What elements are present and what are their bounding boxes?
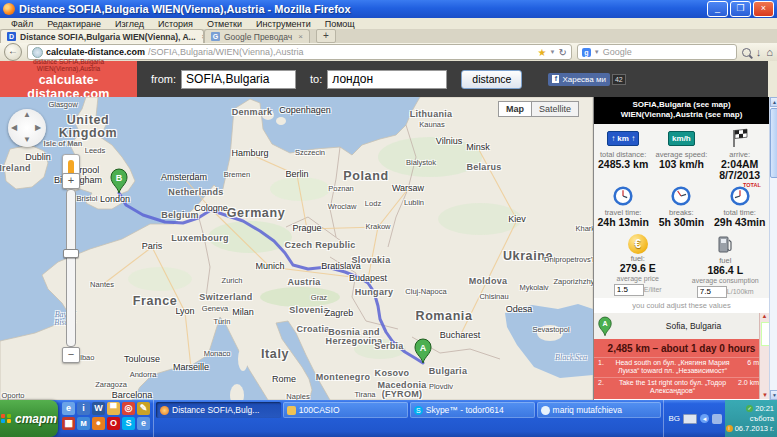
map-label: Belgium <box>161 211 199 220</box>
satellite-type-button[interactable]: Satellite <box>532 101 579 117</box>
switch-user-icon[interactable]: ▦ <box>62 417 75 430</box>
menu-item-2[interactable]: Изглед <box>108 19 151 29</box>
minimize-button[interactable]: _ <box>707 1 728 17</box>
menu-item-6[interactable]: Помощ <box>318 19 362 29</box>
direction-step[interactable]: 1. Head south on бул. „Княгиня Мария Луи… <box>594 357 769 377</box>
destination-link[interactable]: WIEN(Vienna),Austria (see map) <box>594 110 769 120</box>
reload-icon[interactable]: ↻ <box>558 47 566 58</box>
start-button[interactable]: старт <box>0 400 58 437</box>
skype-icon[interactable]: S <box>122 417 135 430</box>
fuel-price-input[interactable] <box>614 284 644 296</box>
menu-item-3[interactable]: История <box>151 19 200 29</box>
messenger-icon[interactable]: i <box>77 402 90 415</box>
map-label: Lyon <box>175 307 194 316</box>
map-label: Moldova <box>469 277 508 286</box>
pan-down-icon[interactable]: ▼ <box>23 135 31 144</box>
map-type-button[interactable]: Map <box>498 101 532 117</box>
search-bar[interactable]: g ▼ Google <box>577 44 737 60</box>
map-label: Wroclaw <box>328 203 357 211</box>
restore-button[interactable]: ❐ <box>730 1 751 17</box>
taskbar-button-skype[interactable]: S Skype™ - todor0614 <box>410 402 535 418</box>
fuel-pump-icon <box>716 234 734 254</box>
distance-button[interactable]: distance <box>461 70 522 89</box>
menu-item-5[interactable]: Инструменти <box>249 19 318 29</box>
zoom-slider-handle[interactable] <box>63 249 79 258</box>
word-icon[interactable]: W <box>92 402 105 415</box>
keyboard-icon[interactable] <box>683 414 697 424</box>
scroll-thumb[interactable] <box>770 108 777 178</box>
map-label: Lublin <box>404 199 424 207</box>
bookmark-star-icon[interactable]: ★ <box>538 47 547 58</box>
quick-launch-bar: eiW▀◎✎▦м●OSe <box>58 400 154 437</box>
map-label: Zaporizhzhya <box>553 278 593 286</box>
map-label: Mykolaiv <box>519 284 548 292</box>
collapse-tray-icon[interactable]: ◂ <box>700 414 709 423</box>
firefox-app-icon <box>3 3 15 15</box>
google-engine-icon[interactable]: g <box>582 48 591 57</box>
url-dropdown-icon[interactable]: ▼ <box>550 49 556 55</box>
map-label: Kaunas <box>419 121 444 129</box>
engine-dropdown-icon[interactable]: ▼ <box>594 49 600 55</box>
site-identity-icon[interactable] <box>32 47 43 58</box>
opera-icon[interactable]: O <box>107 417 120 430</box>
pan-up-icon[interactable]: ▲ <box>23 110 31 119</box>
menu-item-0[interactable]: Файл <box>4 19 40 29</box>
to-input[interactable] <box>327 70 447 89</box>
language-indicator[interactable]: BG <box>668 414 680 423</box>
directions-scrollbar[interactable]: ▲▼ <box>759 313 769 399</box>
directions-scroll-thumb[interactable] <box>761 322 769 346</box>
map-label: Slovenia <box>289 306 328 315</box>
finish-flag-icon <box>730 128 750 148</box>
facebook-like-widget[interactable]: fХаресва ми 42 <box>548 73 625 86</box>
taskbar-button-firefox[interactable]: Distance SOFIA,Bulg... <box>156 402 281 418</box>
folder-icon <box>287 406 296 415</box>
tools-icon[interactable]: ✎ <box>137 402 150 415</box>
scroll-down-icon[interactable]: ▼ <box>770 390 777 400</box>
downloads-icon[interactable]: ↓ <box>756 46 762 58</box>
map-label: Monaco <box>204 350 231 358</box>
tab-google-translate[interactable]: G Google Преводач × <box>204 29 310 43</box>
fuel-consumption-input[interactable] <box>697 286 727 298</box>
from-input[interactable] <box>181 70 296 89</box>
directions-scroll-down-icon[interactable]: ▼ <box>762 392 768 398</box>
site-logo[interactable]: distance SOFIA,Bulgaria WIEN(Vienna),Aus… <box>0 61 137 97</box>
map-label: Dnipropetrovs'k <box>544 256 593 264</box>
pan-right-icon[interactable]: ▶ <box>35 123 41 132</box>
pan-left-icon[interactable]: ◀ <box>11 123 17 132</box>
tray-clock[interactable]: ✓20:21 събота i06.7.2013 г. <box>725 400 777 437</box>
menu-item-4[interactable]: Отметки <box>200 19 249 29</box>
taskbar-button-skype-chat[interactable]: mariq mutafchieva <box>537 402 662 418</box>
close-button[interactable]: × <box>753 1 774 17</box>
new-tab-button[interactable]: + <box>316 29 336 43</box>
browser-scrollbar[interactable]: ▲ ▼ <box>769 97 777 400</box>
direction-step[interactable]: 2. Take the 1st right onto бул. „Тодор А… <box>594 377 769 397</box>
chrome-icon[interactable]: ◎ <box>122 402 135 415</box>
directions-origin-row[interactable]: A Sofia, Bulgaria <box>594 313 769 339</box>
scroll-up-icon[interactable]: ▲ <box>770 97 777 107</box>
firefox-icon <box>160 406 169 415</box>
folder-icon[interactable]: ▀ <box>107 402 120 415</box>
zoom-slider-track[interactable] <box>66 189 76 347</box>
internet-explorer-icon[interactable]: e <box>62 402 75 415</box>
map-label: Switzerland <box>199 293 252 302</box>
firefox-icon[interactable]: ● <box>92 417 105 430</box>
search-go-icon[interactable] <box>742 48 751 57</box>
map-label: Croatia <box>296 325 329 334</box>
origin-link[interactable]: SOFIA,Bulgaria (see map) <box>594 100 769 110</box>
url-path: /SOFIA,Bulgaria/WIEN(Vienna),Austria <box>148 47 534 57</box>
map-canvas[interactable]: B A UnitedKingdomGermanyFranceItalyPolan… <box>0 97 593 400</box>
window-titlebar[interactable]: Distance SOFIA,Bulgaria WIEN(Vienna),Aus… <box>0 0 777 18</box>
menu-item-1[interactable]: Редактиране <box>40 19 108 29</box>
taskbar-button-folder[interactable]: 100CASIO <box>283 402 408 418</box>
directions-summary: 2,485 km – about 1 day 0 hours <box>594 339 769 357</box>
msn-icon[interactable]: м <box>77 417 90 430</box>
home-icon[interactable]: ⌂ <box>766 46 773 58</box>
zoom-out-button[interactable]: − <box>62 347 80 363</box>
map-pan-control[interactable]: ▲ ▼ ◀ ▶ <box>8 109 46 147</box>
explorer-icon[interactable]: e <box>137 417 150 430</box>
zoom-in-button[interactable]: + <box>62 173 80 189</box>
map-label: Prague <box>292 224 321 233</box>
tab-close-icon[interactable]: × <box>298 32 303 41</box>
network-icon[interactable] <box>712 414 722 424</box>
tab-distance[interactable]: D Distance SOFIA,Bulgaria WIEN(Vienna), … <box>0 29 204 43</box>
